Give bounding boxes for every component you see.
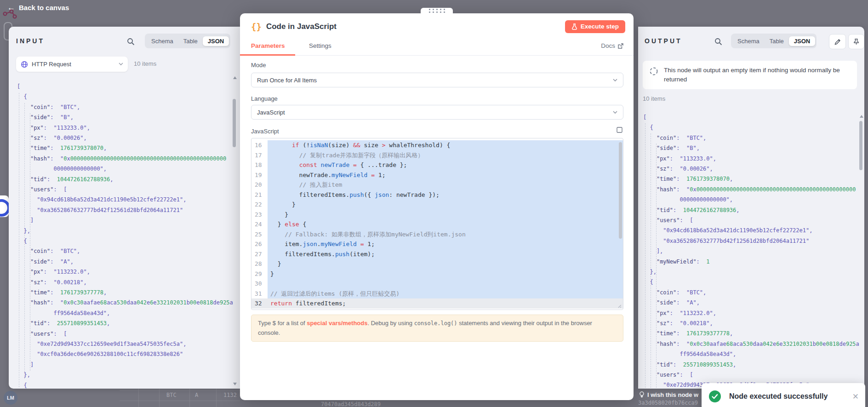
json-line: }, — [643, 269, 657, 275]
code-line[interactable]: 26 item.json.myNewField = 1; — [251, 239, 623, 249]
back-to-canvas-label: Back to canvas — [19, 4, 69, 11]
line-number: 18 — [251, 160, 268, 170]
dialog-drag-handle[interactable] — [421, 8, 453, 13]
language-select[interactable]: JavaScript — [251, 105, 623, 120]
json-line: "side": "A", — [643, 299, 700, 306]
code-line[interactable]: 25 // Fallback: 如果非数组，原样添加myNewField到ite… — [251, 229, 623, 240]
ghost-hash: 3a3d058020fb76cca9 — [638, 400, 698, 406]
input-tab-json[interactable]: JSON — [203, 36, 229, 46]
json-line: "users": [ — [17, 331, 67, 337]
json-line: "px": "113232.0", — [17, 269, 90, 275]
code-line[interactable]: 18 const newTrade = { ...trade }; — [251, 160, 623, 170]
json-line: "time": 1761739377778, — [17, 289, 107, 296]
edit-output-button[interactable] — [829, 34, 846, 49]
dialog-body: Mode Run Once for All Items Language Jav… — [240, 55, 634, 400]
code-line[interactable]: 31// 返回过滤后的items (原样，但只巨鲸交易) — [251, 289, 623, 299]
output-scroll-up[interactable] — [860, 115, 863, 118]
lightbulb-icon — [639, 391, 645, 398]
flask-icon — [571, 23, 577, 30]
pin-icon — [853, 39, 859, 45]
input-source-label: HTTP Request — [32, 61, 115, 68]
line-number: 22 — [251, 200, 268, 210]
mode-value: Run Once for All Items — [257, 77, 613, 84]
code-line[interactable]: 22 } — [251, 200, 623, 210]
json-line: 00000000000000", — [643, 196, 733, 203]
json-line: "sz": "0.00026", — [17, 135, 87, 141]
code-line[interactable]: 23 } — [251, 210, 623, 220]
output-search-icon[interactable] — [714, 38, 722, 46]
line-number: 19 — [251, 170, 268, 180]
execute-step-button[interactable]: Execute step — [565, 20, 625, 33]
input-source-select[interactable]: HTTP Request — [16, 57, 128, 72]
ghost-table-line — [138, 389, 139, 407]
success-check-icon — [709, 390, 721, 402]
json-line: "hash": "0x00000000000000000000000000000… — [643, 186, 856, 193]
json-line: [ — [643, 114, 646, 120]
output-tab-schema[interactable]: Schema — [732, 36, 765, 46]
ghost-table-line — [189, 389, 190, 407]
code-line[interactable]: 17 // 复制trade并添加新字段（原样输出风格） — [251, 150, 623, 161]
mode-select[interactable]: Run Once for All Items — [251, 73, 623, 87]
code-editor[interactable]: 16 if (!isNaN(size) && size > whaleThres… — [251, 138, 623, 310]
json-line: "0x94cd618b6a52d3a421dc1190e5b12cfef2272… — [643, 227, 812, 234]
hint-text: . Debug by using — [367, 320, 414, 327]
json-line: "users": [ — [643, 372, 693, 378]
input-tab-schema[interactable]: Schema — [146, 36, 178, 46]
node-icon-partial — [0, 199, 9, 217]
json-line: "hash": "0x0c30aafae68aca530daa042e6e332… — [643, 341, 859, 347]
json-line: "tid": 1044726162788936, — [17, 176, 114, 183]
docs-link[interactable]: Docs — [601, 42, 623, 49]
tab-parameters[interactable]: Parameters — [251, 42, 285, 49]
success-toast: Node executed successfully ✕ — [702, 383, 865, 407]
json-line: "0xa3652867632777bd42f12561d28bfd2064a11… — [643, 238, 809, 244]
line-number: 17 — [251, 150, 268, 161]
code-line[interactable]: 19 newTrade.myNewField = 1; — [251, 170, 623, 180]
ghost-cell: A — [195, 392, 198, 398]
special-vars-link[interactable]: special vars/methods — [307, 320, 367, 327]
code-line[interactable]: 16 if (!isNaN(size) && size > whaleThres… — [251, 140, 623, 150]
code-line[interactable]: 29} — [251, 269, 623, 279]
output-json-viewer[interactable]: [ { "coin": "BTC", "side": "B", "px": "1… — [643, 114, 859, 388]
code-line[interactable]: 32return filteredItems; — [251, 298, 623, 309]
line-number: 23 — [251, 210, 268, 220]
output-view-tabs: Schema Table JSON — [731, 34, 817, 48]
code-line[interactable]: 28 } — [251, 259, 623, 269]
json-line: "time": 1761739378070, — [17, 145, 107, 151]
code-line[interactable]: 21 filteredItems.push({ json: newTrade }… — [251, 190, 623, 200]
code-line[interactable]: 24 } else { — [251, 219, 623, 229]
node-details-dialog: {} Code in JavaScript Execute step Param… — [240, 13, 634, 400]
pin-data-button[interactable] — [848, 34, 864, 49]
line-number: 31 — [251, 289, 268, 299]
code-line[interactable]: 30 — [251, 279, 623, 289]
input-search-icon[interactable] — [127, 38, 135, 46]
output-tab-json[interactable]: JSON — [789, 36, 815, 46]
ghost-cell: 1132 — [223, 392, 237, 398]
ghost-table-line — [216, 389, 217, 407]
editor-scrollbar[interactable] — [619, 142, 622, 239]
user-avatar[interactable]: LM — [4, 391, 17, 405]
json-line: { — [643, 279, 653, 285]
output-scrollbar[interactable] — [859, 121, 862, 170]
json-line: "0xcf0a36dec06e90263288100c11cf69828338e… — [17, 351, 183, 357]
toast-close-icon[interactable]: ✕ — [852, 392, 859, 401]
code-line[interactable]: 27 filteredItems.push(item); — [251, 249, 623, 259]
json-line: "hash": "0x00000000000000000000000000000… — [17, 155, 226, 162]
tab-settings[interactable]: Settings — [309, 42, 331, 49]
json-line: }, — [17, 228, 30, 234]
input-scroll-up[interactable] — [233, 76, 237, 79]
input-json-viewer[interactable]: [ { "coin": "BTC", "side": "B", "px": "1… — [17, 83, 233, 387]
code-line[interactable]: 20 // 推入新item — [251, 180, 623, 190]
output-tab-table[interactable]: Table — [765, 36, 789, 46]
output-notice-text: This node will output an empty item if n… — [664, 66, 851, 84]
input-scroll-down[interactable] — [233, 383, 237, 385]
expand-editor-icon[interactable] — [617, 127, 622, 133]
input-scrollbar[interactable] — [233, 99, 236, 147]
external-link-icon — [618, 43, 623, 49]
canvas-node-partial — [0, 195, 9, 217]
json-line: "side": "A", — [17, 258, 74, 265]
node-feedback-link[interactable]: I wish this node w — [639, 391, 698, 398]
input-tab-table[interactable]: Table — [178, 36, 203, 46]
editor-resize-grip[interactable] — [616, 303, 622, 308]
line-number: 26 — [251, 239, 268, 249]
back-to-canvas-link[interactable]: ← Back to canvas — [7, 4, 69, 11]
